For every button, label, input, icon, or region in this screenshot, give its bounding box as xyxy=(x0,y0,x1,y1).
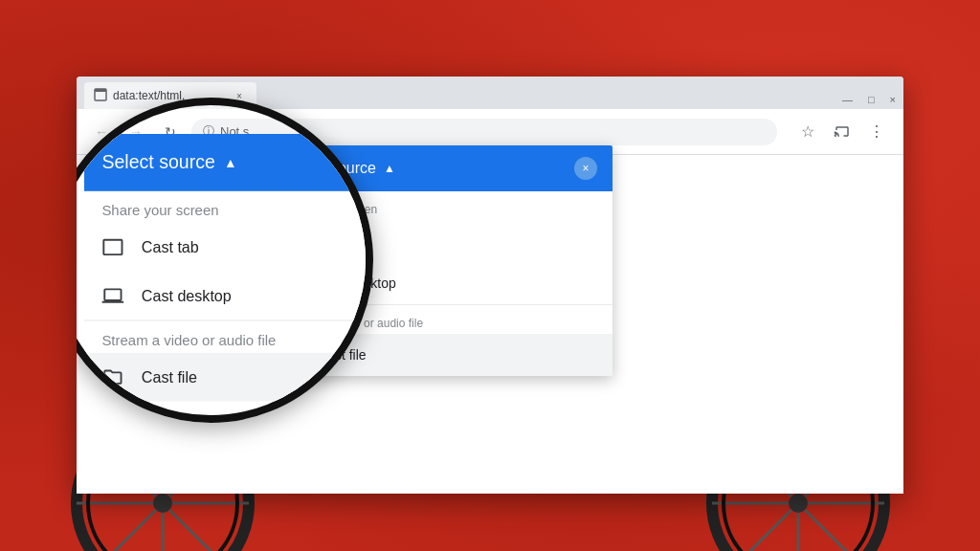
minimize-button[interactable]: — xyxy=(842,94,853,105)
file-icon xyxy=(283,345,302,364)
window-controls: — □ × xyxy=(842,94,896,109)
dropdown-close-button[interactable]: × xyxy=(574,157,597,180)
browser-tab[interactable]: data:text/html, × xyxy=(84,82,256,109)
tab-title: data:text/html, xyxy=(113,89,185,102)
cast-desktop-label: Cast desktop xyxy=(318,276,396,291)
section1-label: Share your screen xyxy=(268,191,612,220)
url-text: Not s xyxy=(220,124,249,139)
tab-bar: data:text/html, × — □ × xyxy=(77,77,903,109)
back-icon: ← xyxy=(95,124,108,140)
dropdown-arrow-icon: ▲ xyxy=(384,162,395,175)
cast-icon xyxy=(834,121,851,143)
tab-close-button[interactable]: × xyxy=(232,88,247,103)
svg-line-20 xyxy=(737,510,791,551)
back-button[interactable]: ← xyxy=(88,119,115,145)
security-icon: ⓘ xyxy=(203,123,214,140)
svg-rect-23 xyxy=(95,89,106,92)
toolbar-actions: ☆ ⋮ xyxy=(792,117,892,147)
tab-icon xyxy=(283,231,302,251)
maximize-button[interactable]: □ xyxy=(868,94,875,105)
tab-favicon-icon xyxy=(94,88,107,104)
cast-file-label: Cast file xyxy=(318,347,367,363)
menu-icon: ⋮ xyxy=(869,122,884,141)
svg-line-18 xyxy=(805,510,859,551)
desktop-icon xyxy=(283,274,302,293)
cast-tab-item[interactable]: Cast tab xyxy=(268,220,612,262)
refresh-button[interactable]: ↻ xyxy=(157,119,184,145)
cast-file-item[interactable]: Cast file xyxy=(268,334,612,376)
svg-line-9 xyxy=(101,510,156,551)
cast-button[interactable] xyxy=(827,117,858,147)
dropdown-header: Select source ▲ × xyxy=(268,145,612,191)
browser-window: data:text/html, × — □ × ← → ↻ ⓘ Not s ☆ xyxy=(77,77,903,494)
section2-label: Stream a video or audio file xyxy=(268,305,612,334)
close-button[interactable]: × xyxy=(890,94,896,105)
cast-tab-label: Cast tab xyxy=(318,233,368,249)
select-source-dropdown[interactable]: Select source ▲ × Share your screen Cast… xyxy=(268,145,612,376)
cast-desktop-item[interactable]: Cast desktop xyxy=(268,262,612,304)
svg-line-7 xyxy=(169,510,224,551)
page-content: Select source ▲ × Share your screen Cast… xyxy=(77,155,903,494)
dropdown-title: Select source ▲ xyxy=(283,160,395,177)
forward-button[interactable]: → xyxy=(122,119,149,145)
bookmark-button[interactable]: ☆ xyxy=(792,117,823,147)
url-bar[interactable]: ⓘ Not s xyxy=(191,119,777,145)
menu-button[interactable]: ⋮ xyxy=(861,117,892,147)
forward-icon: → xyxy=(129,124,143,140)
refresh-icon: ↻ xyxy=(165,124,176,140)
bookmark-icon: ☆ xyxy=(801,122,814,141)
